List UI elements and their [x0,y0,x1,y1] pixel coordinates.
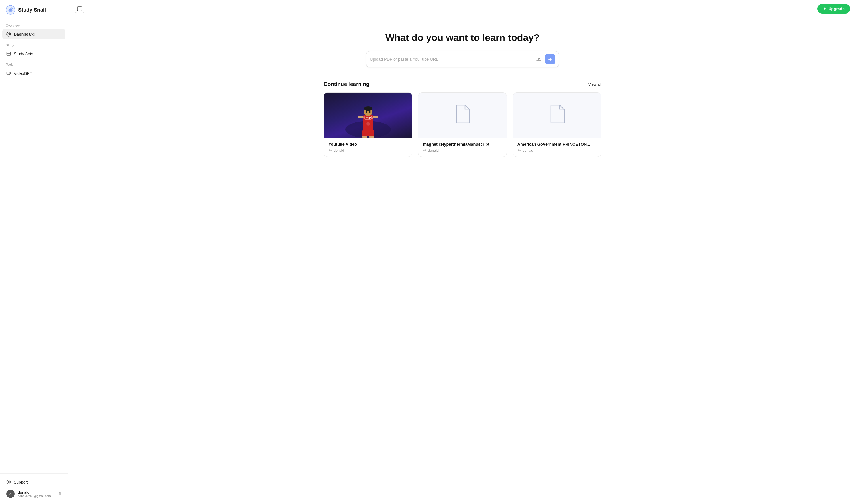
card-3-author-name: donald [523,149,533,152]
card-3[interactable]: American Government PRINCETON... donald [513,93,601,157]
sidebar: Study Snail Overview Dashboard Study Stu… [0,0,68,504]
card-2-body: magneticHyperthermiaManuscript donald [418,138,506,157]
cards-grid: 76ERS [324,93,601,157]
card-1-author: donald [329,148,407,153]
card-3-author: donald [518,148,596,153]
svg-point-25 [367,122,370,125]
panel-toggle-button[interactable] [75,4,84,13]
videogpt-icon [6,71,11,76]
dashboard-label: Dashboard [14,32,35,37]
upgrade-button[interactable]: ✦ Upgrade [817,4,850,14]
sidebar-item-study-sets[interactable]: Study Sets [2,49,65,59]
hero-title: What do you want to learn today? [385,32,540,43]
svg-rect-7 [7,72,10,74]
user-row[interactable]: d donald donaldvchu@gmail.com ⇅ [2,487,65,501]
upgrade-sparkle-icon: ✦ [823,6,826,11]
section-title: Continue learning [324,81,370,87]
author-icon-3 [518,148,521,153]
svg-point-24 [369,111,370,113]
author-icon-1 [329,148,332,153]
svg-rect-20 [369,136,374,138]
avatar: d [6,489,15,498]
card-1[interactable]: 76ERS [324,93,412,157]
support-icon [6,480,11,484]
study-sets-icon [6,51,11,56]
search-bar [366,51,559,67]
videogpt-label: VideoGPT [14,71,32,76]
svg-rect-10 [78,6,82,11]
user-email: donaldvchu@gmail.com [18,494,55,498]
main-content: ✦ Upgrade What do you want to learn toda… [68,0,857,504]
overview-section-label: Overview [0,20,68,29]
user-info: donald donaldvchu@gmail.com [18,490,55,498]
search-input[interactable] [370,57,533,62]
upload-button[interactable] [535,56,543,63]
card-3-title: American Government PRINCETON... [518,142,596,147]
author-icon-2 [423,148,426,153]
user-name: donald [18,490,55,494]
sidebar-bottom: Support d donald donaldvchu@gmail.com ⇅ [0,473,68,504]
svg-point-22 [364,106,372,111]
svg-rect-15 [358,116,364,118]
card-1-author-name: donald [334,149,344,152]
card-2[interactable]: magneticHyperthermiaManuscript donald [418,93,507,157]
basketball-player-bg: 76ERS [324,93,412,138]
document-icon-3 [549,105,565,127]
svg-text:76ERS: 76ERS [367,117,373,119]
card-2-title: magneticHyperthermiaManuscript [423,142,502,147]
svg-rect-16 [373,116,378,118]
svg-point-3 [10,9,10,10]
svg-rect-6 [7,52,11,55]
support-item[interactable]: Support [2,477,65,487]
svg-point-4 [6,32,11,36]
support-label: Support [14,480,28,484]
card-1-body: Youtube Video donald [324,138,412,157]
topbar-left [75,4,84,13]
card-1-title: Youtube Video [329,142,407,147]
sidebar-item-videogpt[interactable]: VideoGPT [2,68,65,78]
card-3-thumbnail [513,93,601,138]
card-2-thumbnail [418,93,506,138]
document-icon-2 [455,105,470,127]
svg-point-9 [8,481,10,483]
player-svg: 76ERS [340,93,397,138]
view-all-link[interactable]: View all [588,82,601,86]
section-header: Continue learning View all [324,81,601,87]
study-section-label: Study [0,39,68,49]
card-2-author-name: donald [428,149,439,152]
dashboard-icon [6,32,11,37]
tools-section-label: Tools [0,59,68,68]
page-content: What do you want to learn today? Continu… [68,18,857,504]
svg-point-5 [8,33,10,35]
upgrade-label: Upgrade [828,6,844,11]
app-name: Study Snail [18,7,46,13]
card-2-author: donald [423,148,502,153]
search-go-button[interactable] [545,54,555,64]
app-logo: Study Snail [0,0,68,20]
svg-rect-19 [363,136,367,138]
svg-point-23 [366,111,367,113]
logo-icon [6,5,15,15]
card-1-thumbnail: 76ERS [324,93,412,138]
topbar: ✦ Upgrade [68,0,857,18]
sidebar-item-dashboard[interactable]: Dashboard [2,29,65,39]
study-sets-label: Study Sets [14,52,33,56]
user-chevron-icon: ⇅ [58,491,62,496]
card-3-body: American Government PRINCETON... donald [513,138,601,157]
